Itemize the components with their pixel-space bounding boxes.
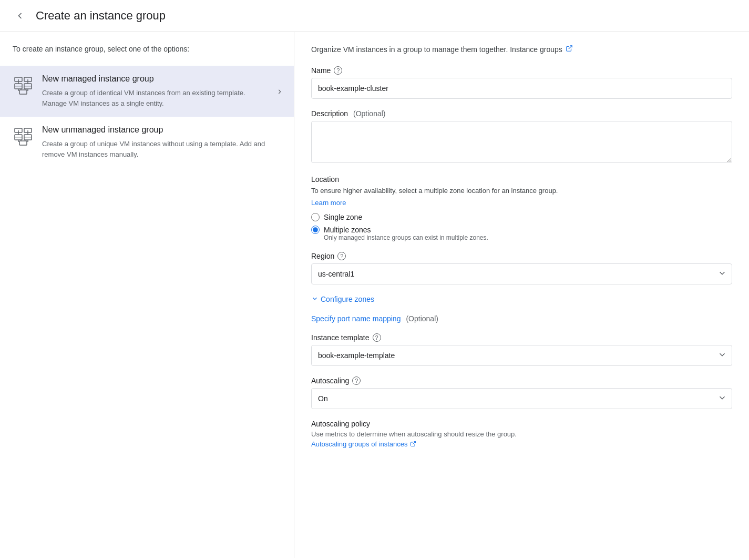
autoscaling-policy-desc: Use metrics to determine when autoscalin… [311, 430, 732, 438]
svg-rect-12 [15, 137, 22, 138]
port-mapping-label: Specify port name mapping (Optional) [311, 314, 732, 323]
page-header: Create an instance group [0, 0, 749, 32]
name-label: Name ? [311, 66, 732, 75]
description-input[interactable] [311, 121, 732, 163]
autoscaling-policy-link-label: Autoscaling groups of instances [311, 440, 408, 448]
port-mapping-link[interactable]: Specify port name mapping [311, 314, 401, 323]
name-field-group: Name ? [311, 66, 732, 99]
multiple-zones-radio-label[interactable]: Multiple zones [311, 226, 732, 234]
autoscaling-label: Autoscaling ? [311, 376, 732, 385]
autoscaling-policy-title: Autoscaling policy [311, 420, 732, 428]
learn-more-link[interactable]: Learn more [311, 199, 346, 207]
svg-rect-1 [15, 86, 22, 87]
managed-group-desc: Create a group of identical VM instances… [42, 88, 270, 108]
autoscaling-policy-link[interactable]: Autoscaling groups of instances [311, 440, 732, 448]
multiple-zones-label: Multiple zones [324, 226, 371, 234]
svg-line-23 [413, 442, 416, 445]
managed-group-arrow: › [278, 86, 281, 97]
autoscaling-field-group: Autoscaling ? On Off Scale out only [311, 376, 732, 409]
single-zone-radio[interactable] [311, 213, 320, 221]
region-help-icon[interactable]: ? [337, 252, 346, 260]
autoscaling-help-icon[interactable]: ? [352, 376, 361, 385]
autoscaling-select[interactable]: On Off Scale out only [311, 388, 732, 409]
instance-template-help-icon[interactable]: ? [373, 333, 381, 342]
name-help-icon[interactable]: ? [334, 66, 342, 75]
location-section: Location To ensure higher availability, … [311, 175, 732, 241]
region-label: Region ? [311, 252, 732, 260]
managed-instance-group-option[interactable]: New managed instance group Create a grou… [0, 66, 294, 117]
location-radio-group: Single zone Multiple zones Only managed … [311, 213, 732, 241]
name-input[interactable] [311, 78, 732, 99]
multiple-zone-container: Multiple zones Only managed instance gro… [311, 226, 732, 241]
svg-rect-6 [24, 86, 32, 87]
autoscaling-policy-external-icon [410, 441, 416, 447]
managed-group-title: New managed instance group [42, 74, 270, 84]
instance-template-select[interactable]: book-example-template [311, 345, 732, 366]
multiple-zones-hint: Only managed instance groups can exist i… [324, 234, 732, 241]
description-field-group: Description (Optional) [311, 109, 732, 165]
description-label: Description (Optional) [311, 109, 732, 118]
single-zone-label: Single zone [324, 213, 362, 221]
intro-help-text: Organize VM instances in a group to mana… [311, 45, 732, 54]
unmanaged-group-content: New unmanaged instance group Create a gr… [42, 125, 281, 159]
left-panel-intro: To create an instance group, select one … [0, 45, 294, 66]
configure-zones-label: Configure zones [321, 295, 374, 303]
main-content: To create an instance group, select one … [0, 32, 749, 558]
back-button[interactable] [13, 8, 27, 23]
configure-zones-button[interactable]: Configure zones [311, 295, 374, 304]
configure-zones-chevron [311, 295, 319, 304]
region-select-wrapper: us-central1 us-east1 us-west1 europe-wes… [311, 263, 732, 284]
port-mapping-optional: (Optional) [406, 314, 438, 323]
instance-template-label: Instance template ? [311, 333, 732, 342]
instance-template-field-group: Instance template ? book-example-templat… [311, 333, 732, 366]
unmanaged-instance-group-option[interactable]: New unmanaged instance group Create a gr… [0, 117, 294, 168]
page-title: Create an instance group [36, 9, 166, 23]
location-title: Location [311, 175, 732, 184]
svg-rect-17 [24, 137, 32, 138]
unmanaged-group-icon [13, 125, 34, 146]
single-zone-radio-label[interactable]: Single zone [311, 213, 732, 221]
autoscaling-select-wrapper: On Off Scale out only [311, 388, 732, 409]
instance-template-select-wrapper: book-example-template [311, 345, 732, 366]
autoscaling-policy-section: Autoscaling policy Use metrics to determ… [311, 420, 732, 448]
port-mapping-group: Specify port name mapping (Optional) [311, 314, 732, 323]
region-field-group: Region ? us-central1 us-east1 us-west1 e… [311, 252, 732, 284]
svg-rect-10 [19, 90, 27, 94]
intro-help-text-content: Organize VM instances in a group to mana… [311, 45, 562, 54]
multiple-zones-radio[interactable] [311, 226, 320, 234]
svg-rect-21 [19, 141, 27, 145]
unmanaged-group-desc: Create a group of unique VM instances wi… [42, 139, 281, 159]
external-link-icon [566, 45, 573, 54]
left-panel: To create an instance group, select one … [0, 32, 294, 558]
managed-group-content: New managed instance group Create a grou… [42, 74, 270, 108]
region-select[interactable]: us-central1 us-east1 us-west1 europe-wes… [311, 263, 732, 284]
location-desc: To ensure higher availability, select a … [311, 186, 732, 196]
svg-line-22 [569, 46, 572, 49]
right-panel: Organize VM instances in a group to mana… [294, 32, 749, 558]
unmanaged-group-title: New unmanaged instance group [42, 125, 281, 135]
managed-group-icon [13, 74, 34, 95]
